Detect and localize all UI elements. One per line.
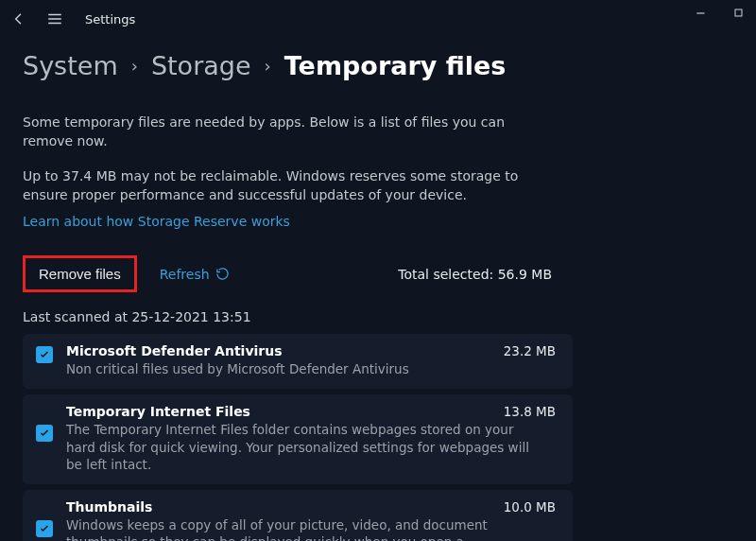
menu-icon[interactable] [45,9,64,28]
app-title: Settings [85,12,135,26]
checkbox[interactable] [36,520,53,537]
list-item[interactable]: Microsoft Defender Antivirus 23.2 MB Non… [23,334,573,389]
breadcrumb: System › Storage › Temporary files [0,38,756,97]
item-title: Thumbnails [66,499,152,515]
list-item[interactable]: Temporary Internet Files 13.8 MB The Tem… [23,394,573,484]
chevron-right-icon: › [131,56,138,76]
breadcrumb-current: Temporary files [284,51,507,80]
item-size: 10.0 MB [504,499,559,515]
checkbox[interactable] [36,346,53,363]
item-description: Non critical files used by Microsoft Def… [66,360,539,377]
remove-files-button[interactable]: Remove files [23,255,137,292]
back-button[interactable] [9,9,28,28]
refresh-label: Refresh [160,267,210,282]
title-bar: Settings [0,0,756,38]
item-description: The Temporary Internet Files folder cont… [66,421,539,473]
item-size: 23.2 MB [504,343,559,358]
last-scanned-label: Last scanned at 25-12-2021 13:51 [23,309,733,324]
breadcrumb-storage[interactable]: Storage [151,51,251,80]
chevron-right-icon: › [265,56,271,76]
item-size: 13.8 MB [504,404,559,419]
refresh-icon [215,267,230,281]
item-title: Temporary Internet Files [66,404,250,419]
list-item[interactable]: Thumbnails 10.0 MB Windows keeps a copy … [23,490,573,541]
item-description: Windows keeps a copy of all of your pict… [66,516,539,541]
minimize-button[interactable] [692,4,711,23]
intro-paragraph-1: Some temporary files are needed by apps.… [23,113,552,151]
breadcrumb-system[interactable]: System [23,51,118,80]
storage-reserve-link[interactable]: Learn about how Storage Reserve works [23,214,290,229]
refresh-button[interactable]: Refresh [160,267,230,282]
checkbox[interactable] [36,425,53,442]
intro-paragraph-2: Up to 37.4 MB may not be reclaimable. Wi… [23,166,552,205]
temp-files-list: Microsoft Defender Antivirus 23.2 MB Non… [23,334,573,541]
item-title: Microsoft Defender Antivirus [66,343,283,358]
total-selected-label: Total selected: 56.9 MB [398,267,552,282]
maximize-button[interactable] [730,4,748,23]
svg-rect-0 [735,9,742,16]
